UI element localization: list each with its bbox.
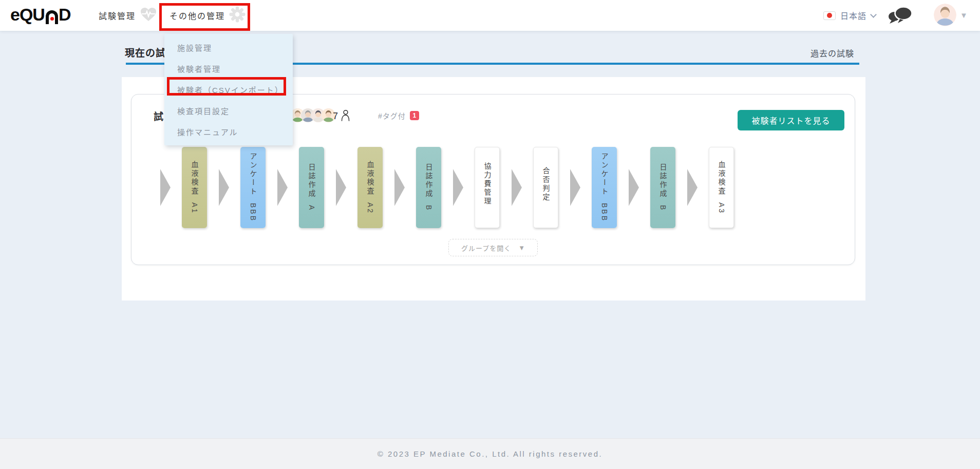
flow-step-box[interactable]: アンケート BBB	[240, 147, 266, 228]
arrow-right-icon	[219, 169, 229, 206]
flow-arrow-wrap	[617, 169, 650, 206]
equad-logo[interactable]: eQUD	[10, 5, 70, 25]
nav-item-other-management[interactable]: その他の管理	[169, 0, 246, 31]
top-navigation-bar: eQUD 試験管理 その他の管理	[0, 0, 980, 31]
flow-step-label: アンケート	[599, 153, 610, 196]
arrow-right-icon	[512, 169, 522, 206]
flow-arrow-wrap	[441, 169, 475, 206]
dropdown-menu-item[interactable]: 施設管理	[164, 37, 293, 58]
participant-count-value: 7	[333, 111, 338, 122]
flow-arrow-wrap	[266, 169, 299, 206]
logo-text-suffix: D	[59, 5, 71, 25]
flow-step-box[interactable]: 日誌作成 B	[416, 147, 441, 228]
arrow-right-icon	[453, 169, 463, 206]
flow-step-label: 血液検査	[365, 161, 375, 196]
tag-count-badge: 1	[410, 111, 419, 120]
nav-item-trial-management[interactable]: 試験管理	[99, 0, 157, 31]
view-subject-list-button[interactable]: 被験者リストを見る	[738, 110, 844, 130]
chat-button[interactable]	[888, 6, 913, 28]
flow-arrow-wrap	[324, 169, 357, 206]
flow-arrow-wrap	[383, 169, 416, 206]
trial-flow-diagram: 血液検査 A1 アンケート BBB 日誌作成 A	[148, 147, 734, 228]
dropdown-menu-item[interactable]: 被験者（CSVインポート）	[164, 79, 293, 100]
arrow-right-icon	[394, 169, 405, 206]
chat-bubbles-icon	[888, 18, 913, 27]
language-label: 日本語	[840, 9, 866, 22]
participant-count: 7	[333, 109, 350, 123]
flow-step-label: 血液検査	[190, 161, 200, 196]
heart-pulse-icon	[140, 7, 157, 24]
arrow-right-icon	[629, 169, 639, 206]
flow-step-sublabel: A2	[366, 202, 374, 214]
flow-step-sublabel: B	[425, 205, 433, 211]
flow-arrow-wrap	[148, 169, 182, 206]
flow-arrow-wrap	[675, 169, 709, 206]
flow-step-label: 合否判定	[541, 167, 551, 202]
arrow-right-icon	[336, 169, 346, 206]
flow-step-sublabel: A3	[718, 202, 726, 214]
open-group-label: グループを開く	[461, 243, 511, 253]
person-icon	[341, 109, 350, 123]
flow-step-label: アンケート	[248, 153, 258, 196]
arrow-right-icon	[687, 169, 698, 206]
flow-step-box[interactable]: 日誌作成 A	[299, 147, 324, 228]
flow-arrow-wrap	[558, 169, 592, 206]
flow-step-box[interactable]: 血液検査 A1	[182, 147, 207, 228]
copyright-text: © 2023 EP Mediate Co., Ltd. All rights r…	[378, 449, 602, 458]
dropdown-menu-item[interactable]: 操作マニュアル	[164, 121, 293, 142]
flow-step-sublabel: B	[659, 205, 667, 211]
flow-step-sublabel: A1	[191, 202, 199, 214]
chevron-down-icon	[870, 11, 877, 18]
flow-step-label: 協力費管理	[482, 162, 493, 206]
arrow-right-icon	[570, 169, 580, 206]
dropdown-menu-item[interactable]: 被験者管理	[164, 58, 293, 79]
tag-label: #タグ付	[378, 110, 406, 121]
flow-step-box[interactable]: 協力費管理	[475, 147, 500, 228]
dropdown-menu-item[interactable]: 検査項目設定	[164, 100, 293, 121]
logo-red-dot	[50, 17, 54, 21]
caret-down-icon: ▼	[960, 11, 968, 20]
user-menu[interactable]: ▼	[934, 4, 968, 26]
flow-arrow-wrap	[500, 169, 533, 206]
flow-arrow-wrap	[207, 169, 240, 206]
caret-down-icon: ▼	[518, 244, 525, 252]
other-management-dropdown: 施設管理 被験者管理 被験者（CSVインポート） 検査項目設定 操作マニュアル	[164, 34, 293, 145]
equad-app: eQUD 試験管理 その他の管理	[0, 0, 980, 469]
nav-trial-label: 試験管理	[99, 9, 136, 22]
flow-step-label: 日誌作成	[424, 163, 434, 198]
flow-step-sublabel: BBB	[600, 203, 609, 222]
gear-icon	[229, 6, 246, 25]
trial-name: 試	[154, 109, 163, 123]
arrow-right-icon	[160, 169, 171, 206]
page-footer: © 2023 EP Mediate Co., Ltd. All rights r…	[0, 438, 980, 469]
flow-step-box[interactable]: アンケート BBB	[592, 147, 617, 228]
flow-step-box[interactable]: 血液検査 A2	[357, 147, 383, 228]
logo-a-glyph	[46, 10, 58, 24]
flow-step-box[interactable]: 合否判定	[533, 147, 558, 228]
user-avatar	[934, 4, 956, 26]
flow-step-sublabel: A	[308, 205, 316, 211]
language-selector[interactable]: 日本語	[823, 0, 876, 31]
flow-step-box[interactable]: 日誌作成 B	[650, 147, 675, 228]
tab-past-trials[interactable]: 過去の試験	[811, 47, 854, 59]
flow-step-label: 日誌作成	[658, 163, 668, 198]
flag-japan-icon	[823, 11, 836, 20]
arrow-right-icon	[277, 169, 288, 206]
flow-step-sublabel: BBB	[249, 203, 257, 222]
logo-text-prefix: eQU	[10, 5, 45, 25]
tag-filter[interactable]: #タグ付 1	[378, 110, 419, 121]
nav-other-label: その他の管理	[169, 9, 225, 22]
flow-step-label: 血液検査	[717, 161, 727, 196]
flow-step-label: 日誌作成	[307, 163, 317, 198]
open-group-button[interactable]: グループを開く ▼	[448, 239, 538, 256]
flow-step-box[interactable]: 血液検査 A3	[709, 147, 734, 228]
